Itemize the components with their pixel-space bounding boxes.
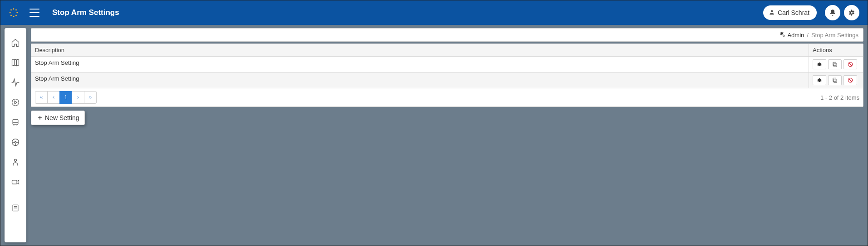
- svg-point-13: [15, 159, 17, 161]
- steering-wheel-icon: [11, 138, 20, 147]
- page-first-button[interactable]: [35, 91, 48, 104]
- chevron-right-icon: [76, 95, 80, 100]
- sidebar-item-students[interactable]: [8, 155, 23, 169]
- map-icon: [11, 58, 20, 67]
- chevron-left-icon: [51, 95, 56, 100]
- copy-icon: [832, 61, 838, 68]
- breadcrumb-separator: /: [807, 32, 809, 39]
- page-number-button[interactable]: 1: [59, 91, 72, 104]
- cell-description: Stop Arm Setting: [31, 57, 809, 72]
- page-next-button[interactable]: [72, 91, 84, 104]
- settings-button[interactable]: [844, 5, 859, 20]
- breadcrumb: Admin / Stop Arm Settings: [31, 28, 863, 42]
- activity-icon: [11, 78, 20, 87]
- row-edit-button[interactable]: [813, 59, 826, 69]
- pagination-info: 1 - 2 of 2 items: [820, 94, 859, 101]
- svg-point-16: [783, 35, 785, 37]
- user-icon: [769, 9, 775, 17]
- col-header-description: Description: [31, 44, 809, 56]
- bell-icon: [829, 9, 836, 16]
- brand-logo-icon: [9, 8, 19, 18]
- gear-icon: [816, 61, 823, 68]
- video-icon: [11, 178, 20, 187]
- chevrons-right-icon: [88, 95, 93, 100]
- ban-icon: [847, 61, 853, 68]
- svg-line-24: [849, 79, 852, 82]
- breadcrumb-admin-link[interactable]: Admin: [787, 32, 804, 39]
- page-prev-button[interactable]: [47, 91, 60, 104]
- play-circle-icon: [11, 98, 20, 107]
- copy-icon: [832, 77, 838, 83]
- page-last-button[interactable]: [84, 91, 97, 104]
- table-header-row: Description Actions: [31, 44, 863, 57]
- svg-rect-21: [834, 79, 837, 83]
- admin-gears-icon: [779, 31, 785, 39]
- row-copy-button[interactable]: [828, 59, 842, 69]
- settings-table: Description Actions Stop Arm Setting Sto…: [31, 43, 863, 107]
- table-footer: 1 1 - 2 of 2 items: [31, 88, 863, 106]
- svg-point-3: [15, 14, 17, 16]
- sidebar-item-driver[interactable]: [8, 135, 23, 150]
- row-delete-button[interactable]: [843, 75, 857, 85]
- svg-point-9: [12, 99, 19, 106]
- svg-point-8: [771, 10, 773, 12]
- svg-rect-18: [833, 62, 836, 66]
- book-icon: [11, 203, 20, 212]
- svg-rect-14: [12, 180, 17, 184]
- svg-rect-10: [13, 119, 18, 125]
- main-content: Admin / Stop Arm Settings Description Ac…: [31, 28, 863, 242]
- svg-line-20: [849, 63, 852, 66]
- row-copy-button[interactable]: [828, 75, 842, 85]
- sidebar-item-video[interactable]: [8, 175, 23, 189]
- gear-icon: [816, 77, 823, 83]
- sidebar-item-home[interactable]: [8, 35, 23, 50]
- svg-point-4: [13, 16, 15, 17]
- svg-rect-17: [834, 63, 837, 67]
- page-title: Stop Arm Settings: [52, 8, 119, 17]
- ban-icon: [847, 77, 853, 83]
- cell-description: Stop Arm Setting: [31, 72, 809, 88]
- col-header-actions: Actions: [809, 44, 863, 56]
- row-edit-button[interactable]: [813, 75, 826, 85]
- home-icon: [11, 38, 20, 47]
- top-bar: Stop Arm Settings Carl Schrat: [0, 0, 868, 25]
- row-delete-button[interactable]: [843, 59, 857, 69]
- svg-rect-22: [833, 78, 836, 82]
- sidebar-item-play[interactable]: [8, 95, 23, 110]
- svg-point-0: [13, 8, 15, 10]
- plus-icon: ＋: [37, 114, 43, 122]
- sidebar-separator: [8, 195, 23, 195]
- svg-point-5: [10, 14, 12, 16]
- user-menu-button[interactable]: Carl Schrat: [763, 5, 817, 20]
- sidebar-item-docs[interactable]: [8, 201, 23, 215]
- menu-toggle-button[interactable]: [29, 9, 39, 17]
- sidebar-item-bus[interactable]: [8, 115, 23, 130]
- sidebar: [5, 28, 26, 242]
- gears-icon: [848, 9, 855, 16]
- new-setting-button[interactable]: ＋ New Setting: [31, 111, 85, 125]
- new-setting-label: New Setting: [45, 114, 79, 121]
- pagination: 1: [35, 91, 96, 104]
- user-name: Carl Schrat: [778, 9, 809, 16]
- table-row: Stop Arm Setting: [31, 57, 863, 72]
- svg-point-6: [10, 12, 11, 14]
- svg-point-2: [16, 12, 18, 14]
- svg-point-1: [15, 10, 17, 11]
- student-icon: [11, 158, 20, 167]
- sidebar-item-activity[interactable]: [8, 75, 23, 90]
- breadcrumb-current: Stop Arm Settings: [811, 32, 858, 39]
- notifications-button[interactable]: [825, 5, 840, 20]
- svg-point-12: [15, 141, 16, 143]
- chevrons-left-icon: [39, 95, 44, 100]
- table-row: Stop Arm Setting: [31, 72, 863, 88]
- svg-point-7: [10, 10, 12, 11]
- sidebar-item-map[interactable]: [8, 55, 23, 70]
- bus-icon: [11, 118, 20, 127]
